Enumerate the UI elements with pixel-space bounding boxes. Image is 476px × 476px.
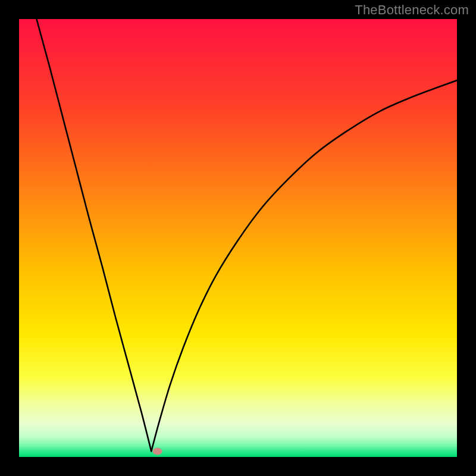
plot-area [19,19,457,457]
watermark-label: TheBottleneck.com [355,2,469,18]
chart-frame: TheBottleneck.com [0,0,476,476]
bottleneck-curve [19,19,457,457]
vertex-marker [153,447,162,455]
